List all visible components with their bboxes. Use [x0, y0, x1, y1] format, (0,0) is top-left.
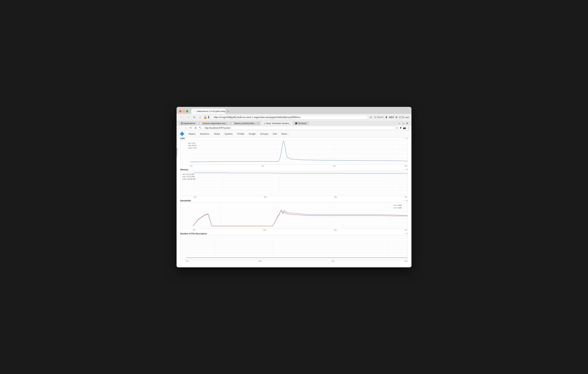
- cpu-x-30: 30s: [262, 165, 264, 167]
- download-icon-2[interactable]: ⬇: [400, 126, 402, 129]
- memory-chart-wrapper: Bytes min: 132.10 MiB max: 141.20 MiB me…: [180, 171, 408, 196]
- close-button[interactable]: [179, 110, 181, 112]
- new-tab-button[interactable]: +: [226, 109, 231, 114]
- fd-x-35: 35s: [332, 260, 335, 262]
- nav-groups[interactable]: Groups: [260, 131, 269, 136]
- cpu-x-25: 25s: [190, 165, 193, 167]
- memory-chart-title: Memory: [180, 168, 188, 171]
- nav-graph[interactable]: Graph: [248, 131, 256, 136]
- reload-button[interactable]: ↻: [192, 115, 197, 119]
- memory-x-25: 25s: [194, 196, 196, 198]
- legend-read: read: [394, 204, 402, 206]
- nav-workers[interactable]: Workers: [200, 131, 210, 136]
- home-button[interactable]: ⌂: [198, 115, 202, 119]
- bandwidth-expand-icon[interactable]: ↔: [403, 200, 405, 202]
- fd-chart-icons: ↔ ⊞: [403, 233, 408, 235]
- feature-label: feature_transformatio...: [234, 122, 256, 125]
- legend-write: write: [394, 207, 402, 209]
- cpu-title-row: CPU ↔ ⊞: [180, 137, 408, 140]
- time-display: 17:23: [399, 116, 404, 118]
- profile-icon[interactable]: AEA: [389, 116, 394, 119]
- nav-status[interactable]: Status: [188, 131, 196, 136]
- second-back-button[interactable]: ←: [178, 126, 182, 129]
- second-reload-button[interactable]: ↻: [189, 126, 192, 129]
- inner-tab-sagemaker[interactable]: 📄 amazon-sagemaker-exa...: [198, 121, 229, 125]
- dask-nav: 🔷 Status Workers Tasks System Profile Gr…: [177, 130, 411, 137]
- forward-button[interactable]: →: [186, 115, 190, 119]
- dask-main-area: 🔷 Status Workers Tasks System Profile Gr…: [177, 130, 411, 267]
- bookmark-icon[interactable]: ☆: [370, 115, 372, 119]
- inner-tab-applications[interactable]: 🔲 Applications: [179, 121, 197, 125]
- write-legend-line: [394, 208, 398, 208]
- fd-chart-block: Number of File Descriptors ↔ ⊞: [180, 233, 408, 262]
- inner-tab-bar: 🔲 Applications 📄 amazon-sagemaker-exa...…: [177, 121, 411, 125]
- browser-tab-label: datascience-1-0-ml-g4dn-xlarge: [197, 110, 225, 112]
- bandwidth-x-30: 30s: [263, 229, 266, 231]
- memory-x-axis: 25s 30s 35s 40s: [180, 196, 408, 198]
- second-bookmark-icon[interactable]: ☆: [396, 127, 398, 129]
- nav-tasks[interactable]: Tasks: [213, 131, 220, 136]
- nav-profile[interactable]: Profile: [237, 131, 245, 136]
- bandwidth-chart-icons: ↔ ⊞: [403, 200, 408, 202]
- nav-more[interactable]: More...: [281, 131, 289, 136]
- back-button[interactable]: ←: [179, 115, 184, 119]
- fd-chart-wrapper: 16 14 12 10 8 6 4 2 0: [180, 235, 408, 260]
- inner-tab-feature[interactable]: 📄 feature_transformatio... ✕: [229, 121, 261, 125]
- cpu-settings-icon[interactable]: ⊞: [406, 137, 408, 139]
- search-label: 🔍 Search: [374, 116, 384, 118]
- window-close-icon[interactable]: ✕: [405, 122, 409, 125]
- browser-tab-bar: 📄 datascience-1-0-ml-g4dn-xlarge ✕ +: [191, 109, 409, 114]
- maximize-button[interactable]: [186, 110, 188, 112]
- more-icon[interactable]: ⋮: [407, 126, 410, 129]
- memory-chart-icons: ↔ ⊞: [403, 168, 408, 171]
- nav-info[interactable]: Info: [273, 131, 277, 136]
- second-url-bar[interactable]: [203, 126, 395, 129]
- dask-label: Dask: Scheduler System...: [266, 122, 291, 125]
- fd-expand-icon[interactable]: ↔: [403, 233, 405, 235]
- read-legend-line: [394, 205, 398, 205]
- fd-settings-icon[interactable]: ⊞: [406, 233, 408, 235]
- second-forward-button[interactable]: →: [184, 126, 188, 129]
- tab-favicon: 📄: [194, 110, 196, 112]
- nav-system[interactable]: System: [224, 131, 233, 136]
- window-min-icon[interactable]: ─: [398, 122, 401, 125]
- fd-chart-svg: 16 14 12 10 8 6 4 2 0: [186, 235, 408, 258]
- screenshot-icon[interactable]: 📷: [403, 126, 406, 129]
- bandwidth-x-25: 25s: [193, 229, 196, 231]
- cpu-expand-icon[interactable]: ↔: [403, 137, 405, 139]
- bandwidth-chart-svg: [193, 202, 408, 227]
- cpu-x-40: 40s: [404, 165, 407, 167]
- url-bar[interactable]: [211, 115, 368, 119]
- second-home-button[interactable]: ⊟: [194, 126, 197, 129]
- memory-settings-icon[interactable]: ⊞: [406, 168, 408, 171]
- memory-x-40: 40s: [404, 196, 407, 198]
- applications-favicon: 🔲: [181, 122, 183, 124]
- cpu-chart-wrapper: Percentage min: 0.0% max: 95.9% mean: 6.…: [180, 140, 408, 165]
- menu-icon[interactable]: ≡: [396, 116, 397, 119]
- applications-label: Applications: [184, 122, 195, 125]
- window-max-icon[interactable]: □: [402, 122, 405, 125]
- time-user: 17:23 root: [399, 116, 409, 118]
- browser-window: 📄 datascience-1-0-ml-g4dn-xlarge ✕ + ← →…: [177, 107, 411, 267]
- terminal-favicon: ⬛: [295, 122, 297, 124]
- memory-chart-block: Memory ↔ ⊞ Bytes min: 132.10 MiB max: 14…: [180, 168, 408, 198]
- browser-tab-active[interactable]: 📄 datascience-1-0-ml-g4dn-xlarge ✕: [191, 109, 225, 114]
- download-icon[interactable]: ⬇: [385, 116, 387, 119]
- inner-tab-terminal[interactable]: ⬛ Terminal -: [293, 121, 309, 125]
- memory-expand-icon[interactable]: ↔: [403, 168, 405, 171]
- charts-container: CPU ↔ ⊞ Percentage min: 0.0% max: 95.9% …: [177, 137, 411, 267]
- nav-bar: ← → ↻ ⌂ 🔒 ℹ ☆ 🔍 Search ⬇ AEA ≡ 17:23 roo…: [177, 114, 411, 121]
- cpu-chart-icons: ↔ ⊞: [403, 137, 408, 139]
- cpu-y-label: Percentage: [177, 148, 178, 157]
- bandwidth-chart-title: Bandwidth: [180, 200, 191, 202]
- cpu-x-35: 35s: [333, 165, 336, 167]
- minimize-button[interactable]: [183, 110, 185, 112]
- inner-tab-dask[interactable]: 📊 Dask: Scheduler System...: [262, 121, 293, 125]
- fd-x-25: 25s: [186, 260, 189, 262]
- bandwidth-legend: read write: [394, 204, 402, 209]
- bandwidth-title-row: Bandwidth ↔ ⊞: [180, 200, 408, 202]
- memory-stat-mean: mean: 138.80 MiB: [182, 178, 196, 180]
- bandwidth-settings-icon[interactable]: ⊞: [406, 200, 408, 202]
- sagemaker-favicon: 📄: [200, 122, 202, 124]
- feature-close[interactable]: ✕: [257, 122, 259, 124]
